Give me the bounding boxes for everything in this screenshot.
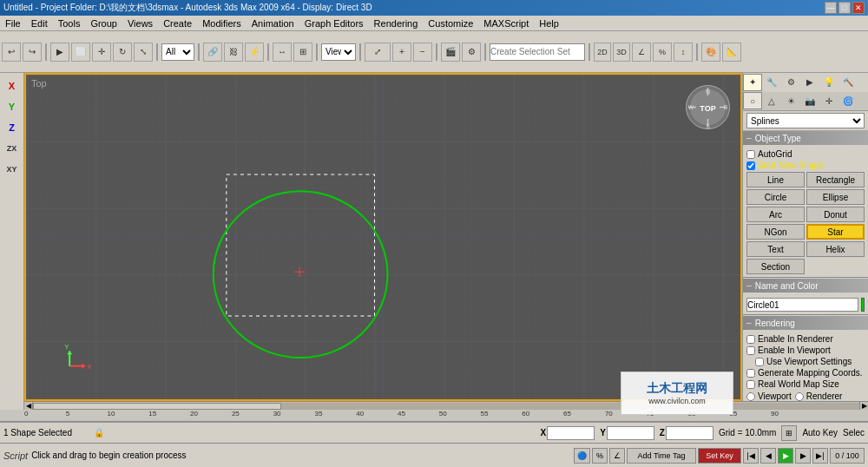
menu-item-help[interactable]: Help — [534, 17, 564, 30]
menu-item-graph-editors[interactable]: Graph Editors — [299, 17, 369, 30]
create-icon[interactable]: ✦ — [743, 74, 762, 91]
renderer-radio[interactable] — [795, 392, 804, 401]
snap-percent-bottom-button[interactable]: % — [592, 448, 608, 464]
circle-button[interactable]: Circle — [746, 189, 805, 205]
autogrid-checkbox[interactable] — [746, 150, 755, 159]
menu-item-views[interactable]: Views — [122, 17, 158, 30]
menu-item-rendering[interactable]: Rendering — [369, 17, 424, 30]
star-button[interactable]: Star — [806, 224, 865, 240]
ngon-button[interactable]: NGon — [746, 224, 805, 240]
cameras-icon[interactable]: 📷 — [800, 92, 819, 109]
render-frame-button[interactable]: 📐 — [722, 43, 741, 62]
menu-item-create[interactable]: Create — [158, 17, 197, 30]
snap-angle-button[interactable]: ∠ — [632, 43, 651, 62]
hscroll-thumb[interactable] — [33, 403, 281, 410]
x-axis-button[interactable]: X — [3, 76, 22, 95]
snap-spinner-button[interactable]: ↕ — [674, 43, 693, 62]
x-coord-input[interactable] — [547, 426, 595, 440]
start-new-shape-checkbox[interactable] — [746, 161, 755, 170]
select-region-button[interactable]: ⬜ — [71, 43, 90, 62]
align-button[interactable]: ⊞ — [293, 43, 312, 62]
section-button[interactable]: Section — [746, 259, 805, 274]
snap-3d-button[interactable]: 3D — [613, 43, 630, 62]
snap-percent-button[interactable]: % — [653, 43, 672, 62]
rendering-header[interactable]: ─ Rendering — [743, 316, 868, 330]
viewport-hscroll[interactable]: ◀ ▶ — [24, 401, 868, 410]
selection-set-input[interactable] — [490, 43, 585, 61]
geometry-icon[interactable]: ○ — [743, 92, 762, 109]
xy-axis-button[interactable]: XY — [3, 160, 22, 179]
menu-item-maxscript[interactable]: MAXScript — [478, 17, 534, 30]
key-first-button[interactable]: |◀ — [743, 448, 759, 464]
snap-2d-button[interactable]: 2D — [594, 43, 611, 62]
view-dropdown[interactable]: View — [321, 43, 356, 61]
zoom-out-button[interactable]: − — [413, 43, 432, 62]
lights-icon[interactable]: ☀ — [781, 92, 800, 109]
menu-item-file[interactable]: File — [0, 17, 26, 30]
donut-button[interactable]: Donut — [806, 207, 865, 222]
unlink-button[interactable]: ⛓ — [224, 43, 243, 62]
line-button[interactable]: Line — [746, 172, 805, 187]
name-input[interactable] — [746, 298, 858, 312]
render-setup-button[interactable]: ⚙ — [462, 43, 481, 62]
mirror-button[interactable]: ↔ — [273, 43, 292, 62]
menu-item-modifiers[interactable]: Modifiers — [197, 17, 247, 30]
menu-item-animation[interactable]: Animation — [247, 17, 299, 30]
zx-axis-button[interactable]: ZX — [3, 139, 22, 158]
splines-dropdown[interactable]: Splines — [746, 113, 865, 128]
spacewarps-icon[interactable]: 🌀 — [838, 92, 858, 109]
object-type-header[interactable]: ─ Object Type — [743, 131, 868, 145]
play-button[interactable]: ▶ — [778, 448, 793, 464]
scroll-left-button[interactable]: ◀ — [24, 402, 33, 411]
undo-button[interactable]: ↩ — [2, 43, 21, 62]
snap-magnet-button[interactable]: 🔵 — [574, 448, 590, 464]
display-icon[interactable]: 💡 — [819, 74, 838, 91]
enable-renderer-checkbox[interactable] — [746, 335, 755, 344]
real-world-checkbox[interactable] — [746, 380, 755, 389]
close-button[interactable]: ✕ — [852, 2, 865, 14]
viewport[interactable]: Top — [24, 73, 742, 401]
scroll-right-button[interactable]: ▶ — [859, 402, 868, 411]
select-button[interactable]: ▶ — [50, 43, 69, 62]
minimize-button[interactable]: — — [825, 2, 837, 14]
shapes-icon[interactable]: △ — [762, 92, 781, 109]
name-color-header[interactable]: ─ Name and Color — [743, 279, 868, 293]
arc-button[interactable]: Arc — [746, 207, 805, 222]
set-key-button[interactable]: Set Key — [698, 448, 741, 464]
frame-counter[interactable]: 0 / 100 — [830, 448, 865, 464]
y-coord-input[interactable] — [607, 426, 654, 440]
material-editor-button[interactable]: 🎨 — [701, 43, 720, 62]
bind-button[interactable]: ⚡ — [245, 43, 264, 62]
z-axis-button[interactable]: Z — [3, 118, 22, 137]
utilities-icon[interactable]: 🔨 — [838, 74, 858, 91]
enable-viewport-checkbox[interactable] — [746, 346, 755, 355]
color-swatch[interactable] — [861, 298, 865, 312]
zoom-extents-button[interactable]: ⤢ — [365, 43, 391, 62]
menu-item-tools[interactable]: Tools — [53, 17, 86, 30]
menu-item-edit[interactable]: Edit — [26, 17, 53, 30]
menu-item-group[interactable]: Group — [85, 17, 122, 30]
motion-icon[interactable]: ▶ — [800, 74, 819, 91]
y-axis-button[interactable]: Y — [3, 97, 22, 116]
key-last-button[interactable]: ▶| — [812, 448, 828, 464]
maximize-button[interactable]: □ — [838, 2, 851, 14]
helix-button[interactable]: Helix — [806, 241, 865, 257]
scale-button[interactable]: ⤡ — [134, 43, 153, 62]
link-button[interactable]: 🔗 — [203, 43, 222, 62]
helpers-icon[interactable]: ✛ — [819, 92, 838, 109]
snap-ang-bottom-button[interactable]: ∠ — [609, 448, 625, 464]
next-frame-button[interactable]: ▶ — [795, 448, 811, 464]
filter-dropdown[interactable]: All — [161, 43, 194, 61]
text-button[interactable]: Text — [746, 241, 805, 257]
add-time-tag-button[interactable]: Add Time Tag — [627, 448, 696, 464]
ellipse-button[interactable]: Ellipse — [806, 189, 865, 205]
hscroll-track[interactable] — [33, 403, 859, 410]
rectangle-button[interactable]: Rectangle — [806, 172, 865, 187]
prev-frame-button[interactable]: ◀ — [760, 448, 776, 464]
viewport-radio[interactable] — [746, 392, 755, 401]
z-coord-input[interactable] — [666, 426, 713, 440]
menu-item-customize[interactable]: Customize — [423, 17, 478, 30]
gen-mapping-checkbox[interactable] — [746, 369, 755, 378]
modify-icon[interactable]: 🔧 — [762, 74, 781, 91]
move-button[interactable]: ✛ — [92, 43, 111, 62]
